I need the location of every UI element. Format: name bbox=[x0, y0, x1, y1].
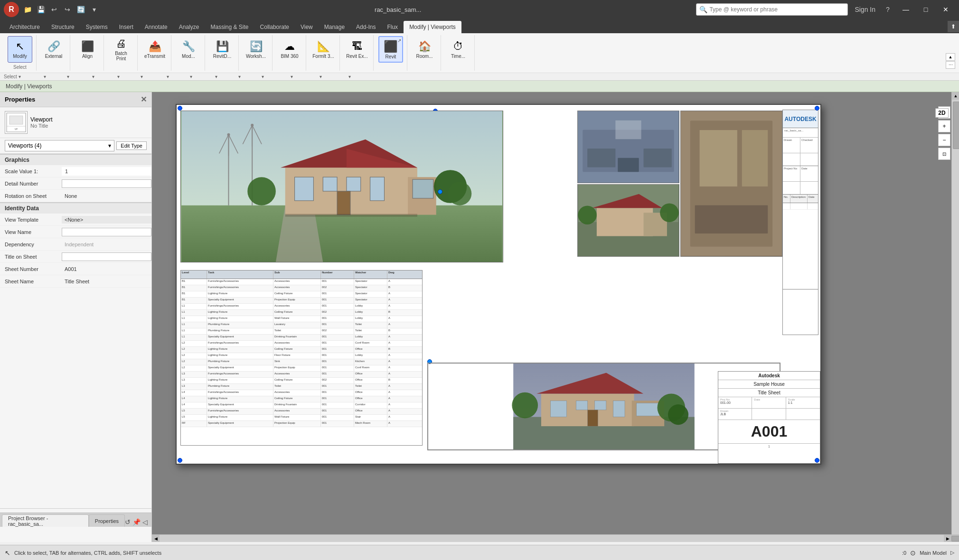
ribbon-btn-revitex[interactable]: 🏗 Revit Ex... bbox=[345, 36, 369, 63]
dd7[interactable]: ▾ bbox=[190, 74, 192, 79]
pin-icon[interactable]: 📌 bbox=[132, 518, 141, 526]
table-cell: Accessories bbox=[273, 390, 321, 396]
scroll-left-btn[interactable]: ◀ bbox=[152, 535, 160, 542]
help-button[interactable]: ? bbox=[882, 4, 893, 15]
qa-undo[interactable]: ↩ bbox=[48, 4, 60, 15]
tab-manage[interactable]: Manage bbox=[319, 21, 350, 33]
nav-left-arrow[interactable]: ◁ bbox=[142, 518, 148, 526]
ribbon-btn-batch-print[interactable]: 🖨 Batch Print bbox=[109, 36, 133, 63]
table-cell: B bbox=[387, 378, 423, 383]
dd11[interactable]: ▾ bbox=[291, 74, 293, 79]
properties-title: Properties bbox=[5, 96, 35, 103]
selection-handle-mid[interactable] bbox=[438, 189, 442, 194]
dd1[interactable]: ▾ bbox=[44, 74, 46, 79]
horizontal-scrollbar-thumb[interactable] bbox=[951, 536, 959, 541]
ribbon-expand-btn[interactable]: ⬆ bbox=[948, 21, 959, 32]
dd2[interactable]: ▾ bbox=[67, 74, 69, 79]
search-input[interactable] bbox=[709, 6, 823, 13]
ribbon-btn-time[interactable]: ⏱ Time... bbox=[446, 36, 470, 63]
prop-value-detail-number[interactable] bbox=[62, 179, 151, 188]
ribbon-btn-bim360[interactable]: ☁ BIM 360 bbox=[277, 36, 302, 63]
ribbon-btn-external[interactable]: 🔗 External bbox=[41, 36, 66, 63]
tab-systems[interactable]: Systems bbox=[80, 21, 113, 33]
ribbon-btn-align[interactable]: ⬛ Align bbox=[75, 36, 100, 63]
search-options-icon[interactable]: ⋯ bbox=[825, 6, 831, 13]
dd4[interactable]: ▾ bbox=[117, 74, 120, 79]
sheet-inner: Autodesk® Revit® Basic Sample Project bbox=[177, 105, 820, 464]
qa-save[interactable]: 💾 bbox=[35, 4, 47, 15]
handle-top-left[interactable] bbox=[178, 106, 182, 111]
nav-arrow-right[interactable]: ▷ bbox=[950, 550, 954, 556]
dd6[interactable]: ▾ bbox=[167, 74, 169, 79]
schedule-rows: B1Furnishings/AccessoriesAccessories001S… bbox=[181, 279, 422, 427]
ribbon-btn-room[interactable]: 🏠 Room... bbox=[412, 36, 437, 63]
ribbon-btn-revit[interactable]: ⬛ Revit ↗ bbox=[378, 36, 403, 63]
ribbon-options-btn[interactable]: ⋯ bbox=[946, 61, 955, 69]
dd8[interactable]: ▾ bbox=[215, 74, 217, 79]
ribbon-collapse-btn[interactable]: ▲ bbox=[946, 53, 955, 61]
zoom-fit-btn[interactable]: ⊡ bbox=[938, 148, 950, 160]
zoom-in-btn[interactable]: + bbox=[938, 120, 950, 132]
table-cell: B1 bbox=[181, 279, 207, 285]
tab-annotate[interactable]: Annotate bbox=[139, 21, 173, 33]
dd13[interactable]: ▾ bbox=[348, 74, 351, 79]
ribbon-btn-mod[interactable]: 🔧 Mod... bbox=[176, 36, 201, 63]
dd12[interactable]: ▾ bbox=[320, 74, 322, 79]
qa-redo[interactable]: ↪ bbox=[62, 4, 73, 15]
edit-type-button[interactable]: Edit Type bbox=[116, 141, 147, 150]
tab-modify-viewports[interactable]: Modify | Viewports bbox=[404, 21, 461, 33]
prop-value-title-on-sheet[interactable] bbox=[62, 252, 151, 261]
vertical-scrollbar-thumb[interactable] bbox=[953, 102, 959, 149]
qa-open[interactable]: 📁 bbox=[22, 4, 33, 15]
dd9[interactable]: ▾ bbox=[238, 74, 241, 79]
scroll-up-btn[interactable]: ▲ bbox=[952, 92, 959, 100]
qa-sync[interactable]: 🔄 bbox=[75, 4, 86, 15]
select-dropdown-arrow[interactable]: Select ▾ bbox=[4, 74, 21, 79]
tab-massing[interactable]: Massing & Site bbox=[205, 21, 254, 33]
table-cell: A bbox=[387, 291, 423, 297]
sign-in-button[interactable]: Sign In bbox=[851, 4, 879, 15]
tab-view[interactable]: View bbox=[295, 21, 319, 33]
tab-analyze[interactable]: Analyze bbox=[173, 21, 205, 33]
tab-architecture[interactable]: Architecture bbox=[4, 21, 46, 33]
tab-collaborate[interactable]: Collaborate bbox=[254, 21, 295, 33]
tab-project-browser[interactable]: Project Browser - rac_basic_sa... bbox=[2, 514, 89, 527]
tab-flux[interactable]: Flux bbox=[381, 21, 404, 33]
vertical-scrollbar[interactable]: ▲ ▼ bbox=[951, 92, 959, 542]
ribbon-btn-etransmit[interactable]: 📤 eTransmit bbox=[142, 36, 167, 63]
qa-more[interactable]: ▾ bbox=[88, 4, 100, 15]
horizontal-scrollbar[interactable]: ◀ ▶ bbox=[152, 534, 951, 542]
close-button[interactable]: ✕ bbox=[936, 2, 955, 17]
scroll-right-btn[interactable]: ▶ bbox=[944, 535, 951, 542]
table-cell: Plumbing Fixture bbox=[207, 322, 273, 328]
prop-label-view-name: View Name bbox=[0, 228, 62, 236]
tab-structure[interactable]: Structure bbox=[46, 21, 80, 33]
tab-insert[interactable]: Insert bbox=[113, 21, 139, 33]
prop-value-view-template[interactable]: <None> bbox=[62, 216, 151, 224]
ribbon-btn-modify[interactable]: ↖ Modify bbox=[8, 36, 32, 63]
dd3[interactable]: ▾ bbox=[92, 74, 94, 79]
mode-text: Modify | Viewports bbox=[6, 83, 52, 90]
handle-top-right[interactable] bbox=[815, 106, 819, 111]
table-cell: 001 bbox=[321, 341, 354, 346]
type-select-dropdown[interactable]: Viewports (4) ▾ bbox=[5, 140, 114, 151]
tab-addins[interactable]: Add-Ins bbox=[350, 21, 381, 33]
table-cell: Specialty Equipment bbox=[207, 335, 273, 340]
prop-value-scale[interactable]: 1 bbox=[62, 167, 151, 176]
ribbon-btn-formit[interactable]: 📐 FormIt 3... bbox=[311, 36, 336, 63]
prop-value-view-name[interactable] bbox=[62, 228, 151, 236]
zoom-out-btn[interactable]: − bbox=[938, 134, 950, 146]
dd5[interactable]: ▾ bbox=[141, 74, 143, 79]
canvas-area[interactable]: Autodesk® Revit® Basic Sample Project bbox=[152, 92, 959, 542]
tab-properties-bottom[interactable]: Properties bbox=[89, 514, 125, 527]
refresh-icon[interactable]: ↺ bbox=[125, 518, 131, 526]
minimize-button[interactable]: — bbox=[896, 2, 915, 17]
ribbon-btn-revitd[interactable]: 💾 RevitD... bbox=[210, 36, 235, 63]
handle-bottom-left[interactable] bbox=[178, 458, 182, 463]
properties-close-button[interactable]: ✕ bbox=[141, 95, 147, 104]
handle-bottom-right[interactable] bbox=[815, 458, 819, 463]
ribbon-btn-worksh[interactable]: 🔄 Worksh... bbox=[244, 36, 268, 63]
dd10[interactable]: ▾ bbox=[262, 74, 264, 79]
ribbon-group-batch-print: 🖨 Batch Print bbox=[105, 35, 138, 71]
maximize-button[interactable]: □ bbox=[916, 2, 935, 17]
